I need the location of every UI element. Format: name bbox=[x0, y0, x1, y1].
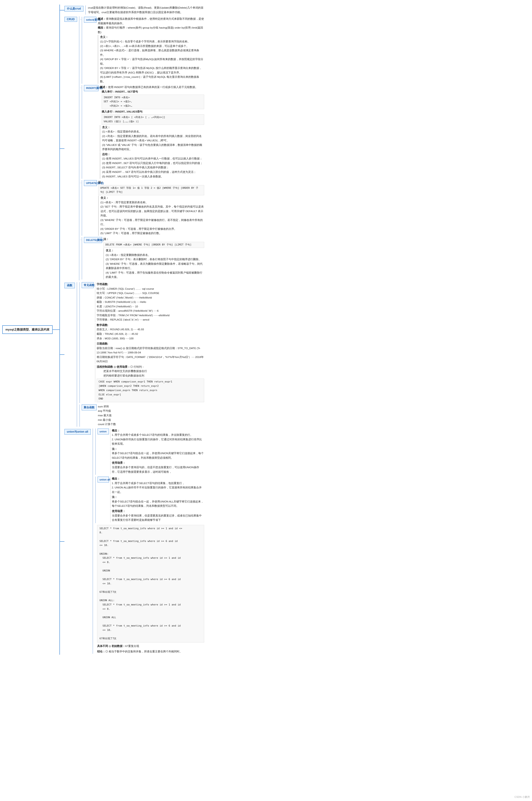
ex-6: SELECT * from t_oa_meeting_info where id… bbox=[100, 556, 202, 560]
delete-label: DELETE(删除) bbox=[84, 237, 102, 243]
insert-meaning: 含义： (1) <表名>：指定需操作的表名。 (2) <列名>：指定需要插入数据… bbox=[100, 125, 204, 152]
insert-label: INSERT(新增) bbox=[84, 85, 98, 91]
ex-12: UNION ALL: bbox=[100, 598, 202, 603]
select-summary: 概括：查询语句行顺序：where(条件) group by分组 having(筛… bbox=[98, 26, 204, 35]
union-all-content-inner: 概念： 1. 用于合并两个或多个SELECT语句的结果集，包括重复行， 2. U… bbox=[110, 477, 204, 523]
delete-meaning: 含义： (1) <表名>：指定要删除数据的表名。 (2) 'ORDER BY' … bbox=[103, 248, 204, 280]
aggregate-functions: 聚合函数 sum 求和 avg 平均值 max 最大值 min 最小值 coun… bbox=[79, 404, 204, 427]
ex-11: 67和出现了7次 bbox=[100, 590, 202, 594]
select-meaning-3: (3) WHERE <表达式>：是行选项，如果选择项，那么就是该数据库必须满足查… bbox=[100, 48, 204, 57]
union-row: union 概念： 1. 用于合并两个或者多个SELECT语句的结果集，并去除重… bbox=[98, 428, 204, 475]
mf-3: 求余：MOD (1600, 300) ·····100 bbox=[97, 337, 204, 341]
branches-container: 什么是crud crud是指在数计算处理时的增加(Create)、读取(Read… bbox=[59, 4, 204, 655]
select-meaning-6: (6) [LIMIT [<offset>, ]<row_count>]：该子句告… bbox=[100, 75, 204, 84]
union-all-syntax-label: 法： bbox=[112, 496, 117, 498]
agg-4: min 最小值 bbox=[98, 418, 116, 422]
string-functions-label: 字符函数: bbox=[97, 283, 109, 286]
union-all-concept-1: 1. 用于合并两个或多个SELECT语句的结果集，包括重复行， bbox=[112, 481, 204, 486]
ex-7: <= 8. bbox=[100, 560, 202, 565]
select-meaning: 含义： (1) [']*<字段列名>']：包含零个或多个字符列表，表示所要查询字… bbox=[98, 35, 204, 84]
sub-branch-insert: INSERT(新增) 概述：使用 INSERT 语句向数据库已有的表单的某一行或… bbox=[82, 85, 204, 179]
insert-multi-code: INSERT INTO <表名> [ <列名1> [ , …<列名n>]] VA… bbox=[102, 114, 204, 125]
union-all-label: union与union all bbox=[64, 429, 91, 435]
update-syntax-label: 法： bbox=[98, 180, 204, 185]
union-concept-2: 2. UNION操作符执行去除重复行的操作，它通过对所有的结果集进行排序比较来实… bbox=[112, 437, 204, 446]
functions-label: 函数 bbox=[64, 283, 75, 288]
union-all-concept-2: 2. UNION ALL操作符不不对去除重复行的操作，它直接将所有的结果集合并在… bbox=[112, 485, 204, 494]
delete-content: 法： DELETE FROM <表名> [WHERE 子句] [ORDER BY… bbox=[103, 237, 204, 280]
update-content: 法： UPDATE <表名> SET 字段 1= 值 1 字段 2 = 值2 [… bbox=[98, 180, 204, 236]
insert-note-5: (5) INSERT...VALUES 语句可以一次插入多条数据。 bbox=[102, 174, 204, 179]
math-functions-label: 数学函数: bbox=[97, 324, 109, 326]
union-syntax-label: 法： bbox=[112, 447, 117, 450]
union-usage-block: 使用场景： 当需要合并多个查询语句的，但是不想去除重复行，可以使用UNION操作… bbox=[110, 461, 204, 474]
crud-label: CRUD bbox=[64, 17, 77, 22]
insert-note-3: (3) INSERT...SELECT 语句向表中插入其他表中的数据； bbox=[102, 165, 204, 170]
union-concept-1: 1. 用于合并两个或者多个SELECT语句的结果集，并去除重复的行。 bbox=[112, 433, 204, 437]
insert-note-1: (1) 使用 INSERT...VALUES 语句可以向表中插入一行数据，也可以… bbox=[102, 156, 204, 161]
delete-syntax-label: 法： bbox=[103, 237, 204, 242]
ex-18: 67和出现了7次 bbox=[100, 636, 202, 641]
insert-single-code: INSERT INTO <表名> SET <列名1> = <值1>, <列名2>… bbox=[102, 95, 204, 109]
union-sub-label: union bbox=[98, 428, 109, 434]
delete-syntax: DELETE FROM <表名> [WHERE 子句] [ORDER BY 子句… bbox=[103, 242, 204, 248]
main-title-box: mysql之数据类型、建表以及约束 bbox=[2, 325, 53, 334]
insert-multi-label: 插入多行：INSERT...VALUES语句 bbox=[102, 110, 204, 114]
insert-content: 概述：使用 INSERT 语句向数据库已有的表单的某一行或多行插入若干元组数据。… bbox=[100, 85, 204, 179]
flow-desc2: 把列相邻要进行竖化的数据放在列 bbox=[103, 374, 204, 378]
branch-crud: CRUD select(查询) 概述：查询数据是指从数据库中根据条件，使用特定的… bbox=[60, 15, 204, 281]
sub-branch-update: UPDATE(修改) 法： UPDATE <表名> SET 字段 1= 值 1 … bbox=[82, 180, 204, 236]
union-all-syntax-block: 法： 将多个SELECT语句组合在一起，并使用UNION ALL关键字将它们连接… bbox=[110, 495, 204, 508]
update-meaning-2: (2) 'SET' 子句：用于指定表中要修改的列名及其列值。其中，每个指定的列值… bbox=[100, 205, 204, 218]
union-all-sub-label: union all bbox=[98, 477, 109, 482]
functions-content: 常见函数 字符函数: 转小写：LOWER ('SQL Course') ……· … bbox=[77, 282, 204, 427]
what-is-crud-content: crud是指在数计算处理时的增加(Create)、读取(Read)、更新(Upd… bbox=[85, 5, 204, 15]
select-meaning-2: (2) <表1>, <表2>, …<表 n>表示表示所需数据的来源，可以是单个或… bbox=[100, 44, 204, 49]
what-is-crud-text: crud是指在数计算处理时的增加(Create)、读取(Read)、更新(Upd… bbox=[88, 5, 204, 15]
update-meaning-4: (4) 'ORDER BY' 子句：可选项，用于限定表中行被修改的次序。 bbox=[100, 227, 204, 231]
delete-meaning-3: (3) 'WHERE' 子句：可选项，表示为删除操作限定删除条件，若省略该子句，… bbox=[106, 262, 204, 271]
string-functions: 字符函数: 转小写：LOWER ('SQL Course') ……· sql c… bbox=[95, 282, 204, 322]
ex-4: <= 10. bbox=[100, 543, 202, 548]
insert-note-2: (2) 使用 INSERT...SET 语句可以只指定插入行中每列的值，也可以指… bbox=[102, 161, 204, 166]
union-concept: 概念： 1. 用于合并两个或者多个SELECT语句的结果集，并去除重复的行。 2… bbox=[110, 428, 204, 446]
common-functions-row: 常见函数 字符函数: 转小写：LOWER ('SQL Course') ……· … bbox=[82, 282, 204, 403]
crud-content: select(查询) 概述：查询数据是指从数据库中根据条件，使用特定的查询方式来… bbox=[79, 16, 204, 280]
sub-branch-select: select(查询) 概述：查询数据是指从数据库中根据条件，使用特定的查询方式来… bbox=[82, 17, 204, 84]
flow-desc1: 把某水平相邻交叉的折叠数据放在行 bbox=[103, 369, 204, 374]
df-1: 获取当前日期：now() ◎ 按日期格式的字符转换成指定格式的日期：STR_TO… bbox=[97, 346, 204, 355]
union-all-content: union 概念： 1. 用于合并两个或者多个SELECT语句的结果集，并去除重… bbox=[93, 428, 204, 654]
common-functions-content: 字符函数: 转小写：LOWER ('SQL Course') ……· sql c… bbox=[95, 282, 204, 403]
sf-7: 字符截取后半段：TRIM ('H' FROM 'HelloWorld') ···… bbox=[97, 313, 204, 318]
agg-5: count 计算个数 bbox=[98, 422, 116, 427]
insert-note-4: (4) 采用 INSERT ... SET 语句可以向表中插入部分列的值，这种方… bbox=[102, 170, 204, 174]
ex-17: <= 10. bbox=[100, 628, 202, 632]
update-meaning-1: (1) <表名>：用于指定要更新的表名称。 bbox=[100, 200, 204, 205]
ex-10: <= 10. bbox=[100, 581, 202, 586]
insert-methods: 插入单行：INSERT... SET语句 INSERT INTO <表名> SE… bbox=[102, 90, 204, 125]
common-functions: 常见函数 字符函数: 转小写：LOWER ('SQL Course') ……· … bbox=[79, 282, 204, 403]
union-usage-text: 当需要合并多个查询语句的，但是不想去除重复行，可以使用UNION操作符，它适用于… bbox=[112, 465, 204, 474]
ex-9: SELECT * from t_oa_meeting_info where id… bbox=[100, 577, 202, 581]
aggregate-label: 聚合函数 bbox=[82, 404, 97, 411]
aggregate-content: sum 求和 avg 平均值 max 最大值 min 最小值 count 计算个… bbox=[98, 404, 116, 427]
branch-functions: 函数 常见函数 字符函数: 转小写：LOWER ('SQL Course') …… bbox=[60, 281, 204, 427]
select-meaning-5: (5) 'ORDER BY < 字段 >'：该字句告诉 MySQL 按什么样的顺… bbox=[100, 66, 204, 75]
insert-meaning-2: (2) <列名>：指定需要插入数据的列名。若向表中的所有列插入数据，则全部的列名… bbox=[102, 134, 204, 143]
root-connector bbox=[53, 329, 59, 330]
select-meaning-1: (1) [']*<字段列名>']：包含零个或多个字符列表，表示所要查询字段的名称… bbox=[100, 39, 204, 44]
insert-single-label: 插入单行：INSERT... SET语句 bbox=[102, 90, 204, 94]
insert-meaning-3: (3) 'VALUES' 或 'VALUE' 子句：该子句包含要插入的数据清单，… bbox=[102, 143, 204, 152]
branch-union-all: union与union all union 概念： 1. 用于合并两个或者多个S… bbox=[60, 427, 204, 655]
ex-15: UNION ALL bbox=[100, 615, 202, 620]
example-code-block: SELECT * from t_oa_meeting_info where id… bbox=[97, 525, 204, 643]
sf-5: 长度：LENGTH ('HelloWorld') ··· 10 bbox=[97, 304, 204, 309]
select-meaning-4: (4) 'GROUP BY < 字段 >'：该字句告诉MySQL如何所有来的数据… bbox=[100, 57, 204, 66]
select-content: 概述：查询数据是指从数据库中根据条件，使用特定的查询方式来获取不同的数据，是使用… bbox=[98, 17, 204, 84]
union-syntax-block: 法： 将多个SELECT语句组合在一起，并使用UNION关键字将它们连接起来，每… bbox=[110, 447, 204, 460]
conclusion: 结论：◎ 相当于数学中的交集和并集，所请去重主要在两个列相同时。 bbox=[97, 649, 204, 654]
union-all-block: union all 概念： 1. 用于合并两个或多个SELECT语句的结果集，包… bbox=[95, 477, 204, 523]
sf-2: 转大写：UPPER ('SQL Course') ……·· SQL COURSE bbox=[97, 291, 204, 295]
union-all-usage-block: 使用场景： 当需要合并多个查询结果，但是需要真实的重复记录，或者在已知结果集中合… bbox=[110, 509, 204, 522]
ex-1: SELECT * from t_oa_meeting_info where id… bbox=[100, 527, 202, 531]
